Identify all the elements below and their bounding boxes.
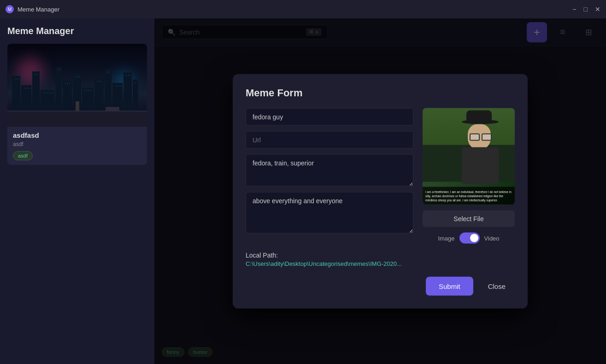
modal-title: Meme Form (246, 87, 515, 99)
close-modal-button[interactable]: Close (479, 277, 515, 296)
image-label: Image (438, 235, 454, 241)
toggle-thumb (470, 234, 478, 242)
title-bar-text: Meme Manager (18, 6, 59, 13)
building-1 (12, 76, 20, 113)
name-input[interactable] (246, 108, 413, 126)
building-2 (21, 85, 31, 113)
bench (106, 107, 119, 111)
modal-footer: Submit Close (246, 277, 515, 296)
person-silhouette (76, 101, 79, 111)
app-icon: M (6, 5, 14, 13)
sidewalk (7, 111, 147, 127)
meme-card-info: asdfasd asdf asdf (7, 127, 147, 165)
building-13 (133, 80, 138, 113)
content-area: 🔍 ⌘ K + ≡ ⊞ funny humor Meme Form (154, 18, 606, 364)
building-3 (32, 71, 40, 113)
url-input[interactable] (246, 131, 413, 149)
building-4 (41, 90, 54, 113)
building-5 (55, 67, 62, 113)
meme-card-title: asdfasd (13, 131, 141, 139)
building-8 (82, 88, 94, 113)
minimize-button[interactable]: − (572, 6, 576, 12)
sidebar-title: Meme Manager (7, 26, 147, 36)
building-6 (63, 81, 72, 113)
select-file-button[interactable]: Select File (423, 211, 515, 227)
glasses (469, 134, 492, 139)
main-area: Meme Manager (0, 18, 606, 364)
building-12 (124, 72, 132, 113)
meme-form-modal: Meme Form (233, 74, 528, 309)
modal-left (246, 108, 413, 244)
hat-brim (462, 120, 499, 124)
close-button[interactable]: ✕ (595, 6, 600, 12)
modal-body: I am a freethinker, I am an individual, … (246, 108, 515, 244)
submit-button[interactable]: Submit (426, 277, 473, 296)
local-path-label: Local Path: (246, 252, 278, 259)
video-label: Video (484, 235, 500, 241)
meme-preview: I am a freethinker, I am an individual, … (423, 108, 515, 205)
building-9 (94, 78, 104, 113)
meme-card[interactable]: asdfasd asdf asdf (7, 44, 147, 165)
meme-tags: asdf (13, 151, 141, 160)
title-bar: M Meme Manager − □ ✕ (0, 0, 606, 18)
local-path-section: Local Path: C:\Users\adity\Desktop\Uncat… (246, 251, 515, 268)
modal-right: I am a freethinker, I am an individual, … (423, 108, 515, 244)
description-textarea[interactable] (246, 192, 413, 234)
maximize-button[interactable]: □ (584, 6, 588, 12)
image-video-toggle[interactable] (459, 233, 480, 244)
building-10 (105, 69, 112, 113)
tags-textarea[interactable] (246, 154, 413, 187)
toggle-row: Image Video (423, 233, 515, 244)
fedora-illustration: I am a freethinker, I am an individual, … (423, 108, 515, 205)
meme-card-subtitle: asdf (13, 141, 141, 147)
title-bar-controls: − □ ✕ (572, 6, 600, 12)
meme-text-overlay: I am a freethinker, I am an individual, … (423, 187, 515, 205)
local-path-link[interactable]: C:\Users\adity\Desktop\Uncategorised\mem… (246, 260, 402, 267)
body (462, 147, 499, 184)
sidebar: Meme Manager (0, 18, 154, 364)
meme-card-image (7, 44, 147, 127)
tag-asdf: asdf (13, 151, 33, 160)
fedora-person (459, 111, 510, 184)
